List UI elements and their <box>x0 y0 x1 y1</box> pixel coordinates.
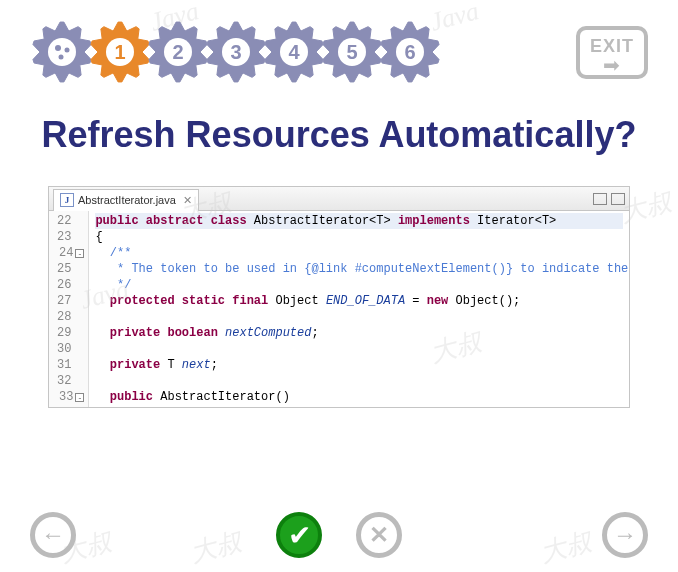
code-line <box>95 373 623 389</box>
gutter-line: 28 <box>57 309 84 325</box>
step-gears: 123456 <box>30 20 436 84</box>
svg-point-1 <box>55 45 61 51</box>
step-gear-3[interactable]: 3 <box>204 20 268 84</box>
step-gear-1[interactable]: 1 <box>88 20 152 84</box>
fold-icon[interactable]: - <box>75 393 84 402</box>
code-line: public AbstractIterator() <box>95 389 623 405</box>
editor-tabbar: J AbstractIterator.java ✕ <box>49 187 629 211</box>
gear-label: 2 <box>172 41 183 64</box>
gutter-line: 26 <box>57 277 84 293</box>
page-title: Refresh Resources Automatically? <box>0 114 678 156</box>
gutter-line: 23 <box>57 229 84 245</box>
code-line: { <box>95 229 623 245</box>
gutter-line: 33- <box>57 389 84 405</box>
code-line <box>95 309 623 325</box>
gutter-line: 31 <box>57 357 84 373</box>
step-gear-4[interactable]: 4 <box>262 20 326 84</box>
exit-arrow-icon: ➡ <box>590 57 634 73</box>
code-line: private T next; <box>95 357 623 373</box>
editor-tab[interactable]: J AbstractIterator.java ✕ <box>53 189 199 211</box>
code-line: * The token to be used in {@link #comput… <box>95 261 623 277</box>
code-area[interactable]: 222324-252627282930313233- public abstra… <box>49 211 629 407</box>
code-line <box>95 341 623 357</box>
maximize-icon[interactable] <box>611 193 625 205</box>
java-file-icon: J <box>60 193 74 207</box>
gutter-line: 32 <box>57 373 84 389</box>
gear-label: 6 <box>404 41 415 64</box>
step-gear-2[interactable]: 2 <box>146 20 210 84</box>
tab-close-icon[interactable]: ✕ <box>183 194 192 207</box>
svg-point-2 <box>65 48 70 53</box>
gear-label: 4 <box>288 41 299 64</box>
gutter-line: 27 <box>57 293 84 309</box>
gutter-line: 24- <box>57 245 84 261</box>
back-button[interactable]: ← <box>30 512 76 558</box>
check-icon: ✔ <box>288 519 311 552</box>
minimize-icon[interactable] <box>593 193 607 205</box>
svg-point-0 <box>48 38 76 66</box>
close-icon: ✕ <box>369 521 389 549</box>
bottom-nav: ← ✔ ✕ → <box>0 512 678 558</box>
gutter-line: 25 <box>57 261 84 277</box>
code-line: */ <box>95 277 623 293</box>
gutter-line: 22 <box>57 213 84 229</box>
code-editor: J AbstractIterator.java ✕ 222324-2526272… <box>48 186 630 408</box>
gutter-line: 29 <box>57 325 84 341</box>
step-gear-6[interactable]: 6 <box>378 20 442 84</box>
code-line: /** <box>95 245 623 261</box>
svg-point-3 <box>59 55 64 60</box>
step-gear-5[interactable]: 5 <box>320 20 384 84</box>
code-lines: public abstract class AbstractIterator<T… <box>89 211 629 407</box>
code-line: public abstract class AbstractIterator<T… <box>95 213 623 229</box>
reject-button[interactable]: ✕ <box>356 512 402 558</box>
line-gutter: 222324-252627282930313233- <box>49 211 89 407</box>
step-gear-0[interactable] <box>30 20 94 84</box>
code-line: private boolean nextComputed; <box>95 325 623 341</box>
gear-label: 5 <box>346 41 357 64</box>
arrow-right-icon: → <box>613 521 637 549</box>
gear-label: 3 <box>230 41 241 64</box>
exit-button[interactable]: EXIT ➡ <box>576 26 648 79</box>
arrow-left-icon: ← <box>41 521 65 549</box>
top-bar: 123456 EXIT ➡ <box>0 0 678 84</box>
forward-button[interactable]: → <box>602 512 648 558</box>
tab-filename: AbstractIterator.java <box>78 194 176 206</box>
gutter-line: 30 <box>57 341 84 357</box>
accept-button[interactable]: ✔ <box>276 512 322 558</box>
fold-icon[interactable]: - <box>75 249 84 258</box>
gear-label: 1 <box>114 41 125 64</box>
code-line: protected static final Object END_OF_DAT… <box>95 293 623 309</box>
